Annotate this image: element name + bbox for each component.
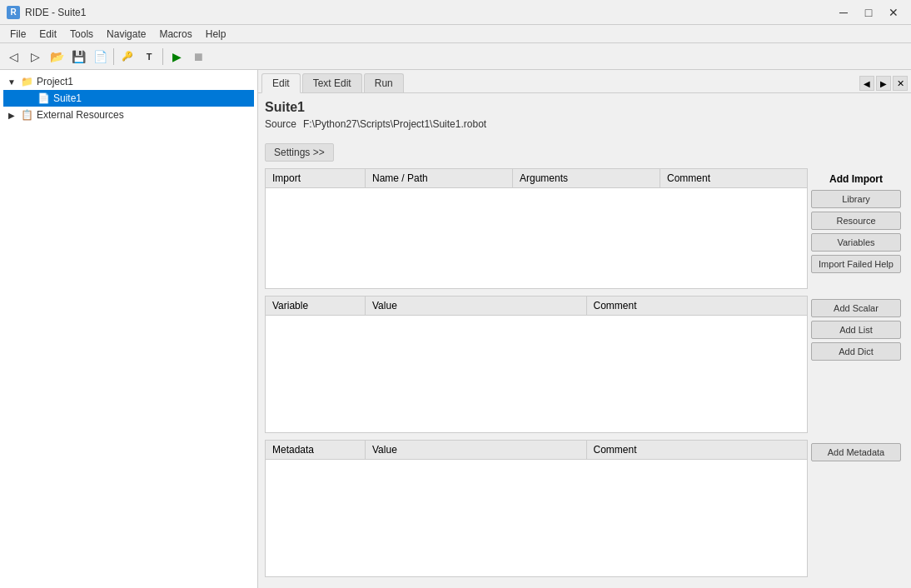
tab-prev-btn[interactable]: ◀: [859, 76, 874, 91]
add-scalar-button[interactable]: Add Scalar: [811, 299, 901, 317]
toolbar-save[interactable]: 💾: [68, 47, 88, 67]
main-layout: ▼ 📁 Project1 📄 Suite1 ▶ 📋 External Resou…: [0, 70, 911, 588]
toolbar-forward[interactable]: ▷: [25, 47, 45, 67]
name-path-col-header: Name / Path: [366, 169, 513, 187]
import-failed-help-button[interactable]: Import Failed Help: [811, 255, 901, 273]
metadata-table: Metadata Value Comment: [265, 440, 808, 577]
title-bar-controls: ─ □ ✕: [833, 4, 904, 21]
toolbar-saveas[interactable]: 📄: [90, 47, 110, 67]
toolbar-key[interactable]: 🔑: [117, 47, 137, 67]
toolbar: ◁ ▷ 📂 💾 📄 🔑 T ▶ ⏹: [0, 43, 911, 70]
metadata-col-header: Metadata: [266, 441, 366, 459]
menu-navigate[interactable]: Navigate: [100, 27, 152, 42]
title-bar-left: R RIDE - Suite1: [7, 6, 86, 19]
toolbar-open[interactable]: 📂: [47, 47, 67, 67]
app-icon: R: [7, 6, 20, 19]
toolbar-run[interactable]: ▶: [167, 47, 187, 67]
ext-icon: 📋: [20, 108, 33, 122]
maximize-button[interactable]: □: [858, 4, 879, 21]
title-bar: R RIDE - Suite1 ─ □ ✕: [0, 0, 911, 25]
tree-item-external[interactable]: ▶ 📋 External Resources: [3, 107, 254, 123]
library-button[interactable]: Library: [811, 190, 901, 208]
toolbar-sep2: [162, 48, 163, 65]
right-panel: Edit Text Edit Run ◀ ▶ ✕ Suite1 Source F…: [258, 70, 911, 588]
source-path: F:\Python27\Scripts\Project1\Suite1.robo…: [303, 118, 486, 130]
import-side-buttons: Add Import Library Resource Variables Im…: [808, 168, 904, 289]
expand-icon: ▼: [7, 77, 17, 87]
tab-next-btn[interactable]: ▶: [876, 76, 891, 91]
tree-panel: ▼ 📁 Project1 📄 Suite1 ▶ 📋 External Resou…: [0, 70, 258, 588]
toolbar-back[interactable]: ◁: [3, 47, 23, 67]
variable-col-header: Variable: [266, 296, 366, 315]
tree-label-suite1: Suite1: [53, 92, 82, 104]
title-bar-title: RIDE - Suite1: [25, 7, 86, 18]
menu-bar: File Edit Tools Navigate Macros Help: [0, 25, 911, 43]
suite-title: Suite1: [265, 100, 904, 115]
tab-close-btn[interactable]: ✕: [893, 76, 908, 91]
comment-col-header: Comment: [660, 169, 807, 187]
menu-tools[interactable]: Tools: [63, 27, 100, 42]
tree-label-external: External Resources: [37, 109, 124, 121]
toolbar-text[interactable]: T: [139, 47, 159, 67]
menu-file[interactable]: File: [3, 27, 32, 42]
tab-run[interactable]: Run: [364, 73, 404, 92]
add-list-button[interactable]: Add List: [811, 321, 901, 339]
tree-item-project1[interactable]: ▼ 📁 Project1: [3, 73, 254, 90]
variable-side-buttons: Add Scalar Add List Add Dict: [808, 296, 904, 433]
variables-button[interactable]: Variables: [811, 233, 901, 252]
tab-edit[interactable]: Edit: [261, 73, 301, 93]
metadata-comment-col-header: Comment: [587, 441, 808, 459]
variable-table: Variable Value Comment: [265, 296, 808, 433]
value-col-header: Value: [366, 296, 587, 315]
import-col-header: Import: [266, 169, 366, 187]
add-import-label: Add Import: [811, 172, 901, 187]
folder-icon: 📁: [20, 75, 33, 88]
source-label: Source: [265, 118, 296, 130]
metadata-side-buttons: Add Metadata: [808, 440, 904, 577]
resource-button[interactable]: Resource: [811, 212, 901, 230]
toolbar-stop[interactable]: ⏹: [188, 47, 208, 67]
import-empty-rows: [266, 188, 807, 288]
file-icon: 📄: [37, 92, 50, 105]
menu-edit[interactable]: Edit: [32, 27, 63, 42]
menu-help[interactable]: Help: [199, 27, 233, 42]
import-section: Import Name / Path Arguments Comment Add…: [265, 168, 904, 289]
expand-icon-suite1: [23, 93, 33, 103]
arguments-col-header: Arguments: [513, 169, 660, 187]
suite-header: Suite1 Source F:\Python27\Scripts\Projec…: [265, 100, 904, 130]
tab-navigation: ◀ ▶ ✕: [859, 76, 908, 92]
add-dict-button[interactable]: Add Dict: [811, 342, 901, 361]
metadata-empty-rows: [266, 460, 807, 576]
metadata-section: Metadata Value Comment Add Metadata: [265, 440, 904, 577]
expand-icon-ext: ▶: [7, 110, 17, 120]
menu-macros[interactable]: Macros: [152, 27, 198, 42]
toolbar-sep1: [113, 48, 114, 65]
suite-source: Source F:\Python27\Scripts\Project1\Suit…: [265, 118, 904, 130]
tab-bar: Edit Text Edit Run ◀ ▶ ✕: [258, 70, 911, 93]
variable-section: Variable Value Comment Add Scalar Add Li…: [265, 296, 904, 433]
add-metadata-button[interactable]: Add Metadata: [811, 443, 901, 461]
tab-text-edit[interactable]: Text Edit: [302, 73, 362, 92]
settings-button[interactable]: Settings >>: [265, 143, 334, 162]
tree-item-suite1[interactable]: 📄 Suite1: [3, 90, 254, 107]
close-button[interactable]: ✕: [883, 4, 904, 21]
import-table: Import Name / Path Arguments Comment: [265, 168, 808, 289]
comment-col-header-var: Comment: [587, 296, 808, 315]
minimize-button[interactable]: ─: [833, 4, 854, 21]
metadata-value-col-header: Value: [366, 441, 587, 459]
tree-label-project1: Project1: [37, 76, 73, 87]
variable-empty-rows: [266, 316, 807, 432]
content-area: Suite1 Source F:\Python27\Scripts\Projec…: [258, 93, 911, 588]
